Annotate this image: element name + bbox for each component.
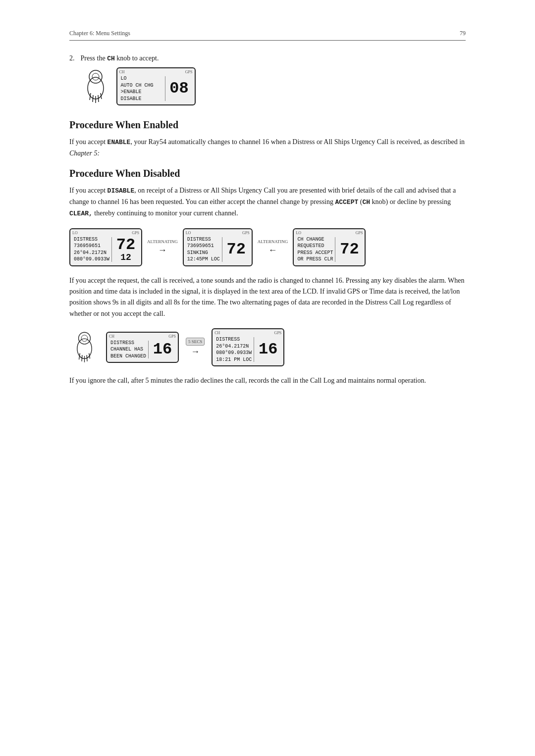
hand-pressing-icon (81, 69, 110, 104)
fig2-disp2-line4: 18:21 PM LOC (216, 356, 252, 363)
svg-point-9 (81, 335, 88, 342)
lcd-distress-1: LO GPS DISTRESS 736959651 26°04.2172N 08… (69, 228, 142, 266)
disp3-line4: OR PRESS CLR (297, 256, 333, 263)
arrow2-left: ← (268, 245, 277, 255)
section-enabled: Procedure When Enabled If you accept ENA… (69, 119, 466, 159)
disp2-numbers: 72 (224, 236, 248, 263)
fig2-disp2-line1: DISTRESS (216, 336, 252, 343)
fig2-disp2-line2: 26°04.2172N (216, 343, 252, 350)
lcd-line4: DISABLE (121, 96, 163, 102)
disp1-top-left: LO (72, 231, 78, 235)
disp3-line3: PRESS ACCEPT (297, 250, 333, 256)
disp2-top-left: LO (186, 231, 191, 235)
fig2-disp1-top: CH GPS (109, 334, 176, 339)
disp1-line3: 26°04.2172N (74, 250, 109, 256)
fig2-disp2-line3: 080°09.0933W (216, 350, 252, 356)
svg-line-14 (87, 355, 87, 361)
disp3-line1: CH CHANGE (297, 236, 333, 243)
arrow1-right: → (158, 245, 167, 255)
svg-line-12 (82, 355, 82, 361)
step-2-content: Press the CH knob to accept. (81, 54, 196, 105)
fig2-disp1-divider (148, 341, 149, 359)
section-disabled-body: If you accept DISABLE, on receipt of a D… (69, 185, 466, 219)
svg-line-6 (98, 95, 99, 102)
clear-bold: CLEAR, (69, 210, 93, 217)
disp1-line2: 736959651 (74, 243, 109, 250)
chapter-label: Chapter 6: Menu Settings (69, 30, 130, 37)
body-text-3: If you ignore the call, after 5 minutes … (69, 375, 466, 386)
displays-row-1: LO GPS DISTRESS 736959651 26°04.2172N 08… (69, 228, 466, 266)
secs-label: 5 SECS (186, 338, 205, 346)
disp1-top-right: GPS (132, 231, 139, 235)
page: Chapter 6: Menu Settings 79 2. Press the… (0, 0, 535, 435)
step-2-text-pre: Press the (81, 54, 107, 62)
arrow-right-2: → (191, 347, 200, 357)
disp2-line2: 736959651 (187, 243, 220, 250)
lcd-top-labels: CH GPS (119, 70, 193, 74)
fig2-disp2-divider (254, 337, 254, 362)
disp2-text-area: DISTRESS 736959651 SINKING 12:45PM LOC (187, 236, 220, 263)
svg-line-7 (101, 93, 102, 99)
arrow2-label: ALTERNATING (258, 239, 288, 244)
lcd-number-area: 08 (167, 75, 191, 102)
disable-bold: DISABLE (107, 187, 135, 195)
arrow-5secs: 5 SECS → (186, 338, 205, 357)
hand-icon-2 (69, 330, 99, 365)
disp1-numbers: 72 12 (114, 236, 138, 263)
fig2-disp1-top-left: CH (109, 334, 114, 339)
disp2-line1: DISTRESS (187, 236, 220, 243)
fig2-disp1-line3: BEEN CHANGED (110, 353, 146, 360)
disp3-top-labels: LO GPS (296, 231, 363, 235)
lcd-ch-change: LO GPS CH CHANGE REQUESTED PRESS ACCEPT … (293, 228, 366, 266)
section-disabled-heading: Procedure When Disabled (69, 168, 466, 179)
disp3-top-left: LO (296, 231, 301, 235)
lcd-divider (165, 76, 165, 101)
lcd-distress-position: CH GPS DISTRESS 26°04.2172N 080°09.0933W… (212, 328, 284, 366)
lcd-enable-display: CH GPS LO AUTO CH CHG >ENABLE DISABLE 08 (116, 67, 196, 105)
ch-bold: CH (107, 55, 115, 62)
disp1-line4: 080°09.0933W (74, 256, 109, 263)
fig2-disp2-numbers: 16 (256, 336, 280, 363)
fig2-disp2-number: 16 (259, 342, 277, 357)
section-enabled-heading: Procedure When Enabled (69, 119, 466, 131)
disp2-top-right: GPS (242, 231, 250, 235)
disp1-big-num: 72 (116, 237, 135, 253)
disp2-line4: 12:45PM LOC (187, 256, 220, 263)
disp2-line3: SINKING (187, 250, 220, 256)
accept-bold: ACCEPT (335, 199, 358, 206)
fig2-disp1-number: 16 (153, 342, 172, 357)
svg-line-15 (89, 353, 90, 359)
disp2-divider (222, 237, 222, 262)
svg-line-3 (90, 93, 91, 100)
svg-point-1 (92, 73, 99, 80)
lcd-top-right: GPS (185, 70, 193, 74)
lcd-line2: AUTO CH CHG (121, 82, 163, 89)
fig2-disp1-line2: CHANNEL HAS (110, 346, 146, 353)
step-number: 2. (69, 54, 75, 62)
lcd-distress-2: LO GPS DISTRESS 736959651 SINKING 12:45P… (183, 228, 253, 266)
fig2-disp1-text: DISTRESS CHANNEL HAS BEEN CHANGED (110, 340, 146, 360)
disp1-divider (111, 237, 112, 262)
body-text-2: If you accept the request, the call is r… (69, 275, 466, 320)
svg-point-0 (89, 70, 102, 83)
arrow-2: ALTERNATING ← (258, 239, 288, 255)
lcd-big-number: 08 (169, 81, 188, 97)
disp1-text-area: DISTRESS 736959651 26°04.2172N 080°09.09… (74, 236, 109, 263)
disp3-top-right: GPS (356, 231, 363, 235)
step-2: 2. Press the CH knob to accept. (69, 54, 466, 105)
fig2-disp2-text: DISTRESS 26°04.2172N 080°09.0933W 18:21 … (216, 336, 252, 363)
fig2-disp2-top-left: CH (214, 331, 220, 335)
fig2-disp1-top-right: GPS (168, 334, 176, 339)
fig2-disp1-numbers: 16 (151, 340, 174, 360)
fig2-disp2-top: CH GPS (214, 331, 281, 335)
disp2-big-num: 72 (227, 242, 246, 257)
lcd-top-left: CH (119, 70, 125, 74)
figure-2: CH GPS DISTRESS CHANNEL HAS BEEN CHANGED… (69, 328, 466, 366)
page-header: Chapter 6: Menu Settings 79 (69, 30, 466, 41)
disp3-big-num: 72 (340, 242, 359, 257)
arrow1-label: ALTERNATING (147, 239, 178, 244)
disp3-line2: REQUESTED (297, 243, 333, 250)
step2-figure: CH GPS LO AUTO CH CHG >ENABLE DISABLE 08 (81, 67, 196, 105)
disp1-small-num: 12 (120, 253, 131, 262)
lcd-distress-changed: CH GPS DISTRESS CHANNEL HAS BEEN CHANGED… (106, 332, 179, 363)
